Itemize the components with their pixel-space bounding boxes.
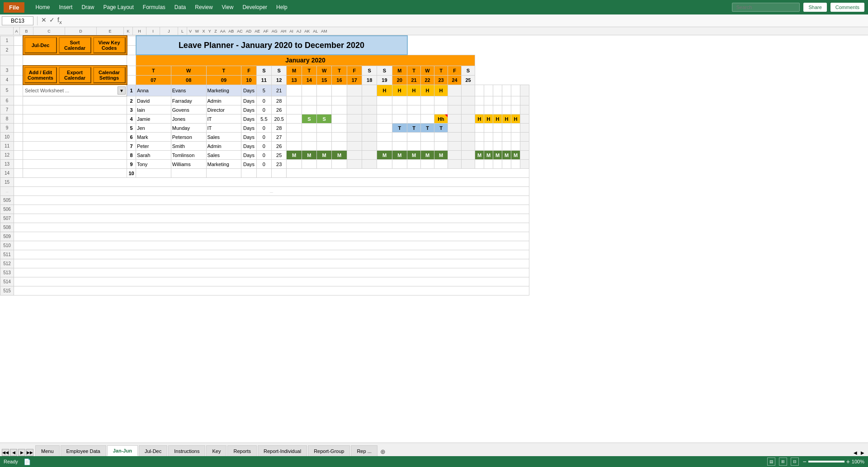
jen-10[interactable] (332, 124, 347, 133)
peter-22[interactable] (493, 142, 502, 151)
insert-function-icon[interactable]: fx (57, 16, 62, 25)
david-18[interactable] (448, 96, 462, 105)
row10-empty-cells[interactable] (287, 169, 529, 178)
david-21[interactable] (484, 96, 493, 105)
mark-10[interactable] (332, 133, 347, 142)
col-id-9[interactable]: 9 (127, 160, 136, 169)
sarah-11[interactable] (347, 151, 362, 160)
sarah-13[interactable]: M (377, 151, 392, 160)
row512-empty[interactable] (14, 259, 529, 268)
tony-11[interactable] (347, 160, 362, 169)
jen-14[interactable]: T (392, 124, 407, 133)
jen-18[interactable] (448, 124, 462, 133)
col-id-10[interactable]: 10 (127, 169, 136, 178)
jamie-21[interactable]: H (484, 114, 493, 124)
menu-review[interactable]: Review (191, 2, 216, 12)
cell-k2[interactable] (127, 45, 136, 55)
cell-a5[interactable] (14, 85, 23, 96)
iain-12[interactable] (362, 105, 377, 114)
cell-bde-10[interactable] (23, 133, 127, 142)
anna-11[interactable] (347, 85, 362, 96)
col-dept-4[interactable]: IT (206, 114, 241, 124)
col-dept-3[interactable]: Director (206, 105, 241, 114)
col-taken-4[interactable]: 5.5 (256, 114, 271, 124)
jamie-19[interactable] (462, 114, 475, 124)
sarah-08[interactable]: M (302, 151, 316, 160)
col-taken-7[interactable]: 0 (256, 142, 271, 151)
sarah-19[interactable] (462, 151, 475, 160)
col-tracked-5[interactable]: Days (241, 124, 256, 133)
mark-15[interactable] (407, 133, 421, 142)
anna-22[interactable] (493, 85, 502, 96)
jen-11[interactable] (347, 124, 362, 133)
col-lastname-4[interactable]: Jones (171, 114, 206, 124)
col-taken-3[interactable]: 0 (256, 105, 271, 114)
david-07[interactable] (287, 96, 302, 105)
zoom-out-button[interactable]: − (802, 458, 806, 465)
col-lastname-6[interactable]: Peterson (171, 133, 206, 142)
cell-a8[interactable] (14, 114, 23, 124)
row515-empty[interactable] (14, 286, 529, 295)
david-19[interactable] (462, 96, 475, 105)
cell-k4[interactable] (127, 75, 136, 85)
sarah-20[interactable]: M (475, 151, 484, 160)
jamie-14[interactable] (392, 114, 407, 124)
jamie-17[interactable]: Hh (434, 114, 448, 124)
jen-21[interactable] (484, 124, 493, 133)
david-08[interactable] (302, 96, 316, 105)
iain-17[interactable] (434, 105, 448, 114)
normal-view-button[interactable]: ▤ (767, 457, 775, 466)
col-firstname-6[interactable]: Mark (136, 133, 171, 142)
jen-12[interactable] (362, 124, 377, 133)
tony-24[interactable] (511, 160, 520, 169)
peter-13[interactable] (377, 142, 392, 151)
cell-a14[interactable] (14, 169, 23, 178)
col-taken-5[interactable]: 0 (256, 124, 271, 133)
tab-instructions[interactable]: Instructions (168, 445, 205, 456)
confirm-formula-icon[interactable]: ✓ (49, 16, 55, 25)
tony-14[interactable] (392, 160, 407, 169)
add-sheet-button[interactable]: ⊕ (378, 447, 387, 456)
iain-24[interactable] (511, 105, 520, 114)
col-header-c[interactable]: C (33, 27, 65, 35)
cell-bde-7[interactable] (23, 105, 127, 114)
col-remaining-5[interactable]: 28 (272, 124, 287, 133)
sarah-21[interactable]: M (484, 151, 493, 160)
col-firstname-2[interactable]: David (136, 96, 171, 105)
tony-08[interactable] (302, 160, 316, 169)
col-tracked-4[interactable]: Days (241, 114, 256, 124)
cell-bde-6[interactable] (23, 96, 127, 105)
jen-24[interactable] (511, 124, 520, 133)
tab-scroll-prev[interactable]: ◀ (10, 449, 17, 456)
sarah-14[interactable]: M (392, 151, 407, 160)
cell-a4[interactable] (14, 75, 23, 85)
row510-empty[interactable] (14, 241, 529, 250)
col-firstname-8[interactable]: Sarah (136, 151, 171, 160)
tab-area-scroll-left[interactable]: ◀ (852, 449, 859, 456)
col-dept-10[interactable] (206, 169, 241, 178)
cell-bde-11[interactable] (23, 142, 127, 151)
iain-22[interactable] (493, 105, 502, 114)
col-dept-5[interactable]: IT (206, 124, 241, 133)
menu-formulas[interactable]: Formulas (139, 2, 169, 12)
peter-20[interactable] (475, 142, 484, 151)
row508-empty[interactable] (14, 223, 529, 232)
david-11[interactable] (347, 96, 362, 105)
col-id-1[interactable]: 1 (127, 85, 136, 96)
col-lastname-5[interactable]: Munday (171, 124, 206, 133)
add-edit-comments-button[interactable]: Add / EditComments (24, 67, 57, 83)
tab-rep-more[interactable]: Rep ... (351, 445, 377, 456)
col-id-3[interactable]: 3 (127, 105, 136, 114)
cell-a11[interactable] (14, 142, 23, 151)
cell-bde-12[interactable] (23, 151, 127, 160)
anna-10[interactable] (332, 85, 347, 96)
peter-19[interactable] (462, 142, 475, 151)
sarah-12[interactable] (362, 151, 377, 160)
david-16[interactable] (421, 96, 434, 105)
col-header-e[interactable]: E (97, 27, 124, 35)
tony-18[interactable] (448, 160, 462, 169)
peter-24[interactable] (511, 142, 520, 151)
menu-data[interactable]: Data (171, 2, 189, 12)
mark-22[interactable] (493, 133, 502, 142)
row507-empty[interactable] (14, 214, 529, 223)
